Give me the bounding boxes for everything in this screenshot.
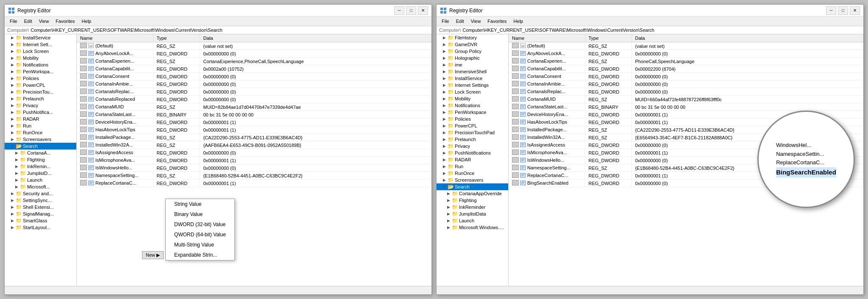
tree-expander[interactable]: ▶ xyxy=(9,225,16,230)
table-row[interactable]: CortanaExperien...REG_SZCortanaExperienc… xyxy=(77,58,431,65)
tree-item-screensavers[interactable]: ▶📁Screensavers xyxy=(437,177,508,183)
tree-expander[interactable]: ▶ xyxy=(445,191,452,196)
tree-item-internet_settings[interactable]: ▶📁Internet Settings xyxy=(437,82,508,89)
table-row[interactable]: IsMicrophoneAva...REG_DWORD0x00000001 (1… xyxy=(509,149,863,157)
table-row[interactable]: NamespaceSetting...REG_SZ{E1B68480-52B4-… xyxy=(509,164,863,172)
tree-expander[interactable]: ▶ xyxy=(441,63,448,67)
tree-expander[interactable]: ▶ xyxy=(441,56,448,60)
tree-expander[interactable]: ▶ xyxy=(9,212,16,216)
tree-expander[interactable]: ▶ xyxy=(9,90,16,94)
tree-expander[interactable]: ▶ xyxy=(441,90,448,94)
table-row[interactable]: IsMicrophoneAva...REG_DWORD0x00000001 (1… xyxy=(77,157,431,164)
context-menu-item-2[interactable]: DWORD (32-bit) Value xyxy=(166,219,234,230)
table-row[interactable]: BingSearchEnabledREG_DWORD0x00000000 (0) xyxy=(509,180,863,187)
col-header-type[interactable]: Type xyxy=(153,34,200,42)
tree-item-lock_screen[interactable]: ▶📁Lock Screen xyxy=(437,89,508,95)
tree-item-radar[interactable]: ▶📁RADAR xyxy=(437,156,508,163)
tree-expander[interactable]: ▶ xyxy=(9,130,16,135)
tree-expander[interactable]: ▶ xyxy=(441,130,448,135)
table-row[interactable]: InstalledPackage...REG_SZ{CA22D290-2553-… xyxy=(509,126,863,134)
tree-item-policies[interactable]: ▶📁Policies xyxy=(437,116,508,122)
table-row[interactable]: DeviceHistoryEna...REG_DWORD0x00000001 (… xyxy=(77,119,431,126)
tree-item-privacy[interactable]: ▶📁Privacy xyxy=(437,143,508,150)
table-row[interactable]: ReplaceCortanaC...REG_DWORD0x00000001 (1… xyxy=(509,172,863,180)
tree-item-precisiontouchpad[interactable]: ▶📁PrecisionTouchPad xyxy=(437,129,508,136)
tree-item-group_policy[interactable]: ▶📁Group Policy xyxy=(437,48,508,55)
table-row[interactable]: InstalledPackage...REG_SZ{CA22D290-2553-… xyxy=(77,134,431,141)
menu-view-left[interactable]: View xyxy=(36,17,53,25)
tree-item-precisiontou...[interactable]: ▶📁PrecisionTou... xyxy=(5,89,76,95)
col-header-data[interactable]: Data xyxy=(200,34,431,42)
tree-expander[interactable]: ▶ xyxy=(9,103,16,108)
tree-item-powercpl[interactable]: ▶📁PowerCPL xyxy=(5,82,76,89)
tree-expander[interactable]: ▶ xyxy=(9,219,16,223)
menu-edit-right[interactable]: Edit xyxy=(453,17,467,25)
tree-item-privacy[interactable]: ▶📁Privacy xyxy=(5,102,76,109)
table-row[interactable]: CortanalsReplac...REG_DWORD0x00000000 (0… xyxy=(509,88,863,96)
tree-item-launch[interactable]: ▶📁Launch xyxy=(5,177,76,183)
tree-item-lock_screen[interactable]: ▶📁Lock Screen xyxy=(5,48,76,55)
menu-file-right[interactable]: File xyxy=(438,17,453,25)
tree-item-screensavers[interactable]: ▶📁Screensavers xyxy=(5,136,76,143)
tree-expander[interactable]: ▶ xyxy=(9,137,16,141)
table-row[interactable]: DeviceHistoryEna...REG_DWORD0x00000001 (… xyxy=(509,111,863,119)
tree-expander[interactable]: ▶ xyxy=(9,42,16,47)
tree-item-run[interactable]: ▶📁Run xyxy=(5,122,76,129)
tree-item-microsoft...[interactable]: ▶📁Microsoft... xyxy=(5,183,76,190)
table-row[interactable]: CortanaCapabilit...REG_DWORD0x00002200 (… xyxy=(509,65,863,73)
col-header-name[interactable]: Name xyxy=(509,34,585,42)
tree-expander[interactable]: ▶ xyxy=(13,185,20,189)
col-header-type[interactable]: Type xyxy=(585,34,632,42)
tree-item-immersiveshell[interactable]: ▶📁ImmersiveShell xyxy=(437,68,508,75)
col-header-data[interactable]: Data xyxy=(632,34,863,42)
context-menu-item-4[interactable]: Multi-String Value xyxy=(166,240,234,250)
tree-expander[interactable]: ▶ xyxy=(441,144,448,148)
menu-help-right[interactable]: Help xyxy=(510,17,527,25)
context-menu-item-3[interactable]: QWORD (64-bit) Value xyxy=(166,230,234,240)
tree-expander[interactable]: ▶ xyxy=(13,151,20,155)
tree-expander[interactable]: ▶ xyxy=(9,49,16,53)
table-row[interactable]: IsAssignedAccessREG_DWORD0x00000000 (0) xyxy=(77,149,431,157)
tree-expander[interactable]: ▶ xyxy=(441,137,448,141)
table-row[interactable]: CortanaStateLast...REG_BINARY00 bc 31 5e… xyxy=(509,103,863,111)
tree-item-installservice[interactable]: ▶📁InstallService xyxy=(437,75,508,82)
table-row[interactable]: CortanaConsentREG_DWORD0x00000000 (0) xyxy=(77,73,431,80)
maximize-button-left[interactable]: □ xyxy=(406,6,416,15)
tree-item-jumplistdata[interactable]: ▶📁JumplistData xyxy=(437,210,508,217)
tree-expander[interactable]: ▶ xyxy=(445,198,452,202)
tree-item-policies[interactable]: ▶📁Policies xyxy=(5,75,76,82)
tree-item-inkreminder[interactable]: ▶📁InkReminder xyxy=(437,204,508,210)
tree-item-penworkspace[interactable]: ▶📁PenWorkspace xyxy=(437,109,508,116)
context-menu-item-1[interactable]: Binary Value xyxy=(166,209,234,219)
tree-expander[interactable]: ▶ xyxy=(441,178,448,182)
tree-expander[interactable]: ▶ xyxy=(441,36,448,40)
tree-item-mobility[interactable]: ▶📁Mobility xyxy=(5,55,76,61)
table-row[interactable]: CortanalsReplacedREG_DWORD0x00000000 (0) xyxy=(77,96,431,103)
table-row[interactable]: CortanaInAmbie...REG_DWORD0x00000000 (0) xyxy=(509,80,863,88)
tree-expander[interactable]: ▶ xyxy=(9,83,16,87)
tree-expander[interactable]: ▶ xyxy=(441,83,448,87)
tree-item-cortanaappoverride[interactable]: ▶📁CortanaAppOverride xyxy=(437,190,508,197)
tree-expander[interactable]: ▼ xyxy=(9,144,16,148)
tree-expander[interactable]: ▶ xyxy=(9,198,16,202)
tree-item-pushnotifica...[interactable]: ▶📁PushNotifica... xyxy=(5,109,76,116)
tree-expander[interactable]: ▶ xyxy=(13,178,20,182)
tree-item-shell_extensi...[interactable]: ▶📁Shell Extensi... xyxy=(5,204,76,210)
tree-item-filehistory[interactable]: ▶📁FileHistory xyxy=(437,34,508,41)
table-row[interactable]: CortanaInAmbie...REG_DWORD0x00000000 (0) xyxy=(77,80,431,88)
tree-expander[interactable]: ▶ xyxy=(9,124,16,128)
tree-item-mobility[interactable]: ▶📁Mobility xyxy=(437,95,508,102)
menu-favorites-left[interactable]: Favorites xyxy=(52,17,78,25)
tree-item-gamedvr[interactable]: ▶📁GameDVR xyxy=(437,41,508,48)
tree-item-launch[interactable]: ▶📁Launch xyxy=(437,217,508,224)
menu-edit-left[interactable]: Edit xyxy=(21,17,36,25)
tree-expander[interactable]: ▶ xyxy=(9,69,16,74)
table-row[interactable]: CortanaExperien...REG_SZPhoneCall,Speech… xyxy=(509,58,863,65)
tree-expander[interactable]: ▶ xyxy=(9,110,16,114)
context-menu-item-5[interactable]: Expandable Strin... xyxy=(166,250,234,260)
close-button-right[interactable]: ✕ xyxy=(850,6,860,15)
tree-expander[interactable]: ▶ xyxy=(9,191,16,196)
minimize-button-left[interactable]: ─ xyxy=(394,6,404,15)
tree-item-settingsync...[interactable]: ▶📁SettingSync... xyxy=(5,197,76,204)
tree-item-run[interactable]: ▶📁Run xyxy=(437,163,508,170)
